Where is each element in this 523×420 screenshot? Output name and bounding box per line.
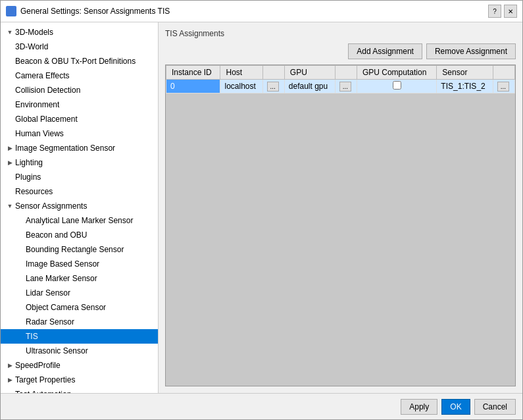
tree-item-label-3d-world: 3D-World <box>15 41 48 53</box>
add-assignment-button[interactable]: Add Assignment <box>348 43 422 59</box>
tree-item-object-camera[interactable]: Object Camera Sensor <box>1 300 158 315</box>
window-title: General Settings: Sensor Assignments TIS <box>20 7 484 16</box>
remove-assignment-button[interactable]: Remove Assignment <box>426 43 516 59</box>
tree-item-beacon-and-obu[interactable]: Beacon and OBU <box>1 228 158 242</box>
tis-header: Add Assignment Remove Assignment <box>165 43 516 59</box>
tree-item-resources[interactable]: Resources <box>1 184 158 199</box>
tree-item-human-views[interactable]: Human Views <box>1 126 158 141</box>
tree-item-label-object-camera: Object Camera Sensor <box>26 302 106 313</box>
expander-icon-image-seg-sensor: ▶ <box>6 144 14 152</box>
tree-item-label-global-placement: Global Placement <box>15 113 78 125</box>
section-title: TIS Assignments <box>165 29 516 38</box>
expander-icon-resources <box>6 188 14 196</box>
tree-item-environment[interactable]: Environment <box>1 97 158 112</box>
tree-item-ultrasonic[interactable]: Ultrasonic Sensor <box>1 344 158 358</box>
tree-item-lane-marker[interactable]: Lane Marker Sensor <box>1 271 158 286</box>
col-host: Host <box>220 66 262 80</box>
tree-item-label-collision-detection: Collision Detection <box>15 84 80 96</box>
tree-item-collision-detection[interactable]: Collision Detection <box>1 83 158 97</box>
expander-icon-human-views <box>6 130 14 138</box>
tree-item-label-bounding-rect: Bounding Rectangle Sensor <box>26 244 124 255</box>
cell-sensor: TIS_1:TIS_2 <box>437 80 493 93</box>
expander-icon-beacon-and-obu <box>16 231 24 239</box>
table-row[interactable]: 0localhost...default gpu...TIS_1:TIS_2..… <box>166 80 515 93</box>
tree-item-camera-effects[interactable]: Camera Effects <box>1 68 158 83</box>
tree-item-analytical-lane[interactable]: Analytical Lane Marker Sensor <box>1 213 158 228</box>
col-instance-id: Instance ID <box>166 66 220 80</box>
tree-item-label-radar-sensor: Radar Sensor <box>26 316 74 328</box>
gpu-ellipsis-button[interactable]: ... <box>339 82 351 92</box>
expander-icon-target-props: ▶ <box>6 376 14 384</box>
assignment-table-container: Instance ID Host GPU GPU Computation Sen… <box>165 65 516 386</box>
tree-item-label-camera-effects: Camera Effects <box>15 70 69 82</box>
cell-instance-id: 0 <box>166 80 220 93</box>
cell-host-btn: ... <box>262 80 284 93</box>
tree-item-speed-profile[interactable]: ▶SpeedProfile <box>1 358 158 373</box>
tree-item-label-lidar-sensor: Lidar Sensor <box>26 287 70 299</box>
title-controls: ? ✕ <box>488 5 517 18</box>
expander-icon-global-placement <box>6 115 14 123</box>
host-ellipsis-button[interactable]: ... <box>267 82 279 92</box>
expander-icon-plugins <box>6 173 14 181</box>
expander-icon-lighting: ▶ <box>6 159 14 167</box>
close-button[interactable]: ✕ <box>504 5 517 18</box>
ok-button[interactable]: OK <box>441 399 470 415</box>
expander-icon-bounding-rect <box>16 246 24 253</box>
col-sensor-btn <box>493 66 514 80</box>
assignment-table: Instance ID Host GPU GPU Computation Sen… <box>166 65 515 93</box>
help-button[interactable]: ? <box>488 5 501 18</box>
expander-icon-analytical-lane <box>16 217 24 224</box>
expander-icon-ultrasonic <box>16 347 24 355</box>
tree-item-label-3d-models: 3D-Models <box>15 26 53 38</box>
expander-icon-lane-marker <box>16 275 24 282</box>
cancel-button[interactable]: Cancel <box>474 399 516 415</box>
tree-item-plugins[interactable]: Plugins <box>1 170 158 184</box>
expander-icon-image-based <box>16 260 24 268</box>
tree-item-label-sensor-assignments: Sensor Assignments <box>15 200 87 212</box>
main-content: ▼3D-Models3D-WorldBeacon & OBU Tx-Port D… <box>1 22 522 393</box>
cell-gpu-computation-checkbox[interactable] <box>393 81 401 90</box>
tree-item-image-based[interactable]: Image Based Sensor <box>1 257 158 271</box>
right-panel: TIS Assignments Add Assignment Remove As… <box>159 22 522 393</box>
app-icon <box>6 6 16 16</box>
tree-item-label-image-seg-sensor: Image Segmentation Sensor <box>15 142 115 154</box>
cell-host: localhost <box>220 80 262 93</box>
sensor-ellipsis-button[interactable]: ... <box>497 82 509 92</box>
tree-item-3d-models[interactable]: ▼3D-Models <box>1 25 158 39</box>
tree-item-label-analytical-lane: Analytical Lane Marker Sensor <box>26 215 133 226</box>
tree-item-global-placement[interactable]: Global Placement <box>1 112 158 126</box>
tree-item-tis[interactable]: TIS <box>1 329 158 344</box>
expander-icon-collision-detection <box>6 86 14 94</box>
tree-item-sensor-assignments[interactable]: ▼Sensor Assignments <box>1 199 158 213</box>
tree-item-label-image-based: Image Based Sensor <box>26 258 99 270</box>
expander-icon-radar-sensor <box>16 318 24 326</box>
main-window: General Settings: Sensor Assignments TIS… <box>0 0 523 420</box>
tree-item-bounding-rect[interactable]: Bounding Rectangle Sensor <box>1 242 158 257</box>
tree-item-image-seg-sensor[interactable]: ▶Image Segmentation Sensor <box>1 141 158 155</box>
col-gpu: GPU <box>284 66 335 80</box>
apply-button[interactable]: Apply <box>401 399 437 415</box>
title-bar: General Settings: Sensor Assignments TIS… <box>1 1 522 22</box>
col-sensor: Sensor <box>437 66 493 80</box>
tree-item-label-speed-profile: SpeedProfile <box>15 359 61 371</box>
col-gpu-btn <box>335 66 357 80</box>
tree-item-test-automation[interactable]: Test Automation <box>1 387 158 393</box>
expander-icon-lidar-sensor <box>16 289 24 297</box>
expander-icon-tis <box>16 332 24 340</box>
tree-item-beacon-obu[interactable]: Beacon & OBU Tx-Port Definitions <box>1 54 158 68</box>
tree-item-label-lighting: Lighting <box>15 157 43 169</box>
tree-item-3d-world[interactable]: 3D-World <box>1 39 158 54</box>
tree-item-target-props[interactable]: ▶Target Properties <box>1 373 158 387</box>
expander-icon-object-camera <box>16 303 24 311</box>
cell-gpu: default gpu <box>284 80 335 93</box>
tree-item-label-ultrasonic: Ultrasonic Sensor <box>26 345 88 357</box>
expander-icon-sensor-assignments: ▼ <box>6 202 14 210</box>
tree-item-radar-sensor[interactable]: Radar Sensor <box>1 315 158 329</box>
expander-icon-environment <box>6 101 14 109</box>
col-host-btn <box>262 66 284 80</box>
tree-item-lidar-sensor[interactable]: Lidar Sensor <box>1 286 158 300</box>
tree-item-label-plugins: Plugins <box>15 171 41 183</box>
table-header-row: Instance ID Host GPU GPU Computation Sen… <box>166 66 515 80</box>
tree-item-label-beacon-and-obu: Beacon and OBU <box>26 229 87 241</box>
tree-item-lighting[interactable]: ▶Lighting <box>1 155 158 170</box>
